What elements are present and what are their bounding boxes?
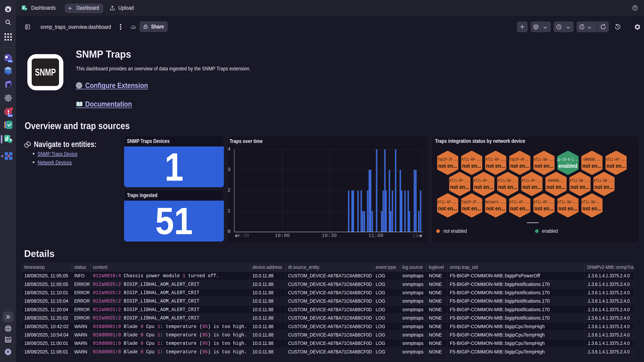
svg-text:NEW: NEW [8,115,12,117]
svg-text:NEW: NEW [8,60,12,62]
